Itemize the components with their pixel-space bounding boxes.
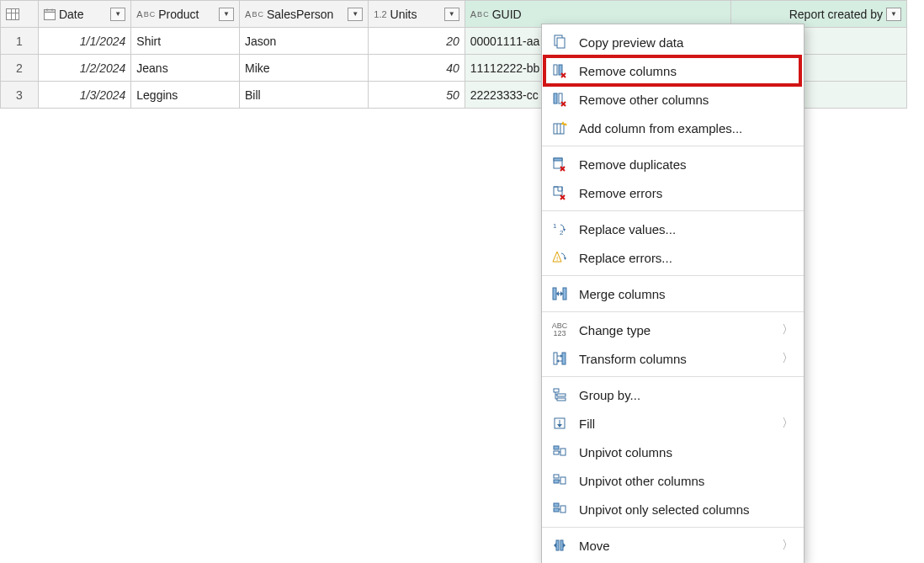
- filter-dropdown-button[interactable]: ▼: [444, 8, 459, 21]
- menu-label: Transform columns: [579, 352, 772, 366]
- svg-marker-63: [554, 543, 556, 548]
- text-type-icon: ABC: [470, 9, 489, 19]
- column-label: Date: [59, 8, 107, 21]
- unpivot-other-icon: [550, 471, 569, 490]
- menu-label: Remove other columns: [579, 93, 794, 107]
- menu-replace-errors[interactable]: ! Replace errors...: [542, 243, 804, 272]
- svg-rect-6: [554, 65, 557, 75]
- svg-rect-44: [557, 394, 566, 396]
- cell-date[interactable]: 1/1/2024: [38, 28, 130, 55]
- svg-rect-1: [44, 9, 55, 12]
- menu-transform-columns[interactable]: Transform columns 〉: [542, 344, 804, 373]
- svg-rect-55: [560, 477, 566, 484]
- fill-icon: [550, 414, 569, 433]
- column-header-product[interactable]: ABC Product ▼: [131, 1, 240, 28]
- text-type-icon: ABC: [136, 9, 155, 19]
- menu-label: Remove errors: [579, 186, 794, 200]
- number-type-icon: 1.2: [374, 9, 386, 19]
- svg-marker-17: [561, 121, 565, 125]
- filter-dropdown-button[interactable]: ▼: [886, 8, 901, 21]
- column-label: GUID: [492, 8, 708, 21]
- filter-dropdown-button[interactable]: ▼: [219, 8, 234, 21]
- merge-columns-icon: [550, 284, 569, 303]
- cell-units[interactable]: 50: [369, 82, 465, 109]
- svg-rect-38: [562, 353, 566, 364]
- filter-dropdown-button[interactable]: ▼: [110, 8, 125, 21]
- group-by-icon: [550, 385, 569, 404]
- cell-product[interactable]: Leggins: [131, 82, 240, 109]
- cell-salesperson[interactable]: Mike: [240, 55, 369, 82]
- svg-rect-10: [554, 93, 557, 104]
- menu-replace-values[interactable]: 12 Replace values...: [542, 215, 804, 243]
- menu-label: Remove duplicates: [579, 157, 794, 172]
- svg-rect-49: [554, 446, 559, 449]
- column-label: Report created by: [736, 8, 883, 21]
- copy-icon: [550, 33, 569, 51]
- cell-units[interactable]: 40: [369, 55, 465, 82]
- menu-separator: [542, 311, 804, 312]
- column-label: SalesPerson: [267, 8, 344, 21]
- table-icon: [6, 8, 19, 20]
- menu-add-column-from-examples[interactable]: Add column from examples...: [542, 114, 804, 142]
- menu-label: Remove columns: [579, 64, 794, 78]
- svg-rect-54: [554, 480, 559, 483]
- menu-merge-columns[interactable]: Merge columns: [542, 279, 804, 308]
- menu-unpivot-other-columns[interactable]: Unpivot other columns: [542, 466, 804, 495]
- submenu-arrow-icon: 〉: [782, 351, 794, 366]
- row-number: 3: [1, 82, 39, 109]
- svg-rect-37: [554, 353, 557, 364]
- remove-columns-icon: [550, 61, 569, 80]
- svg-text:2: 2: [560, 229, 564, 236]
- menu-unpivot-selected-columns[interactable]: Unpivot only selected columns: [542, 495, 804, 523]
- svg-rect-61: [556, 540, 559, 550]
- column-header-units[interactable]: 1.2 Units ▼: [369, 1, 465, 28]
- menu-move[interactable]: Move 〉: [542, 531, 804, 560]
- text-type-icon: ABC: [245, 9, 263, 19]
- menu-label: Fill: [579, 417, 772, 431]
- column-context-menu: Copy preview data Remove columns Remove …: [541, 24, 805, 563]
- menu-label: Replace errors...: [579, 251, 794, 265]
- add-column-examples-icon: [550, 119, 569, 137]
- filter-dropdown-button[interactable]: ▼: [348, 8, 363, 21]
- menu-separator: [542, 146, 804, 146]
- column-label: Product: [158, 8, 215, 21]
- menu-change-type[interactable]: ABC123 Change type 〉: [542, 316, 804, 344]
- cell-date[interactable]: 1/3/2024: [38, 82, 130, 109]
- menu-separator: [542, 527, 804, 528]
- menu-remove-duplicates[interactable]: Remove duplicates: [542, 150, 804, 178]
- svg-rect-51: [560, 449, 566, 455]
- menu-label: Change type: [579, 323, 772, 337]
- menu-unpivot-columns[interactable]: Unpivot columns: [542, 438, 804, 466]
- svg-rect-58: [554, 508, 559, 512]
- svg-rect-14: [554, 124, 564, 134]
- menu-remove-errors[interactable]: Remove errors: [542, 178, 804, 207]
- menu-group-by[interactable]: Group by...: [542, 380, 804, 409]
- cell-date[interactable]: 1/2/2024: [38, 55, 130, 82]
- svg-marker-48: [557, 424, 562, 428]
- menu-label: Merge columns: [579, 287, 794, 301]
- svg-rect-53: [554, 475, 559, 478]
- menu-copy-preview-data[interactable]: Copy preview data: [542, 28, 804, 56]
- cell-salesperson[interactable]: Jason: [240, 28, 369, 55]
- cell-product[interactable]: Shirt: [131, 28, 240, 55]
- cell-product[interactable]: Jeans: [131, 55, 240, 82]
- menu-label: Add column from examples...: [579, 121, 794, 135]
- cell-salesperson[interactable]: Bill: [240, 82, 369, 109]
- menu-label: Move: [579, 539, 772, 553]
- index-column-header[interactable]: [1, 1, 39, 28]
- svg-marker-31: [564, 258, 566, 260]
- column-header-salesperson[interactable]: ABC SalesPerson ▼: [240, 1, 369, 28]
- cell-units[interactable]: 20: [369, 28, 465, 55]
- menu-remove-other-columns[interactable]: Remove other columns: [542, 85, 804, 114]
- svg-text:!: !: [556, 255, 558, 263]
- move-icon: [550, 536, 569, 555]
- menu-label: Replace values...: [579, 222, 794, 236]
- menu-remove-columns[interactable]: Remove columns: [542, 56, 804, 85]
- remove-duplicates-icon: [550, 155, 569, 173]
- svg-rect-20: [554, 158, 562, 161]
- menu-label: Unpivot only selected columns: [579, 502, 794, 517]
- menu-fill[interactable]: Fill 〉: [542, 409, 804, 438]
- submenu-arrow-icon: 〉: [782, 538, 794, 553]
- column-header-date[interactable]: Date ▼: [38, 1, 130, 28]
- menu-separator: [542, 275, 804, 276]
